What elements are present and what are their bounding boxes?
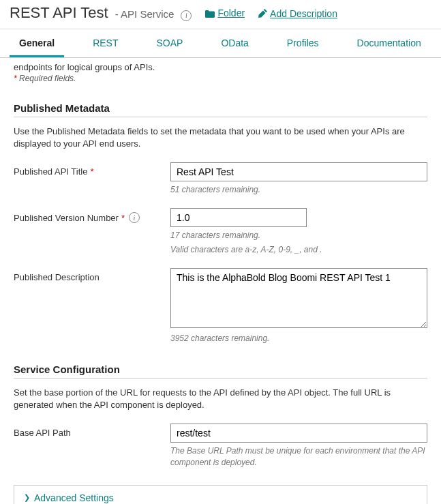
base-api-path-helper: The Base URL Path must be unique for eac… <box>170 445 427 469</box>
base-api-path-input[interactable] <box>170 424 427 443</box>
published-api-title-helper: 51 characters remaining. <box>170 184 427 196</box>
intro-note: endpoints for logical groups of APIs. <box>14 62 427 72</box>
published-description-helper: 3952 characters remaining. <box>170 333 427 344</box>
tab-profiles[interactable]: Profiles <box>277 29 329 57</box>
published-api-title-label: Published API Title* <box>14 162 170 177</box>
advanced-settings-toggle[interactable]: ❯ Advanced Settings <box>14 485 427 504</box>
folder-icon <box>205 9 215 16</box>
add-description-link[interactable]: Add Description <box>258 8 337 19</box>
base-api-path-label: Base API Path <box>14 424 170 438</box>
page-header: REST API Test - API Service i Folder Add… <box>0 0 441 29</box>
published-version-input[interactable] <box>170 208 307 227</box>
published-metadata-desc: Use the Published Metadata fields to set… <box>14 125 427 150</box>
pencil-icon <box>258 9 267 18</box>
published-api-title-input[interactable] <box>170 162 427 181</box>
required-fields-note: * Required fields. <box>14 74 427 83</box>
folder-link[interactable]: Folder <box>205 8 245 18</box>
service-configuration-section: Service Configuration Set the base porti… <box>14 364 427 469</box>
published-version-helper-1: 17 characters remaining. <box>170 230 427 241</box>
tab-bar: General REST SOAP OData Profiles Documen… <box>0 29 441 58</box>
page-title: REST API Test <box>10 4 108 22</box>
published-version-helper-2: Valid characters are a-z, A-Z, 0-9, _, a… <box>170 244 427 256</box>
published-description-label: Published Description <box>14 268 170 282</box>
advanced-settings-label: Advanced Settings <box>34 492 114 503</box>
published-version-label: Published Version Number* i <box>14 208 170 223</box>
tab-documentation[interactable]: Documentation <box>348 29 431 57</box>
folder-link-label: Folder <box>217 8 245 18</box>
info-icon[interactable]: i <box>181 10 192 21</box>
page-subtitle: - API Service <box>115 8 174 20</box>
add-description-label: Add Description <box>270 8 337 19</box>
tab-general[interactable]: General <box>10 29 64 57</box>
service-configuration-desc: Set the base portion of the URL for requ… <box>14 387 427 411</box>
info-icon[interactable]: i <box>129 212 140 223</box>
chevron-right-icon: ❯ <box>24 493 30 502</box>
service-configuration-heading: Service Configuration <box>14 364 427 379</box>
required-asterisk: * <box>14 74 17 83</box>
tab-soap[interactable]: SOAP <box>147 29 192 57</box>
published-metadata-heading: Published Metadata <box>14 102 427 117</box>
required-fields-text: Required fields. <box>19 74 76 83</box>
published-metadata-section: Published Metadata Use the Published Met… <box>14 102 427 344</box>
published-description-textarea[interactable]: This is the AlphaBold Blog Boomi REST AP… <box>170 268 427 328</box>
tab-rest[interactable]: REST <box>83 29 127 57</box>
tab-odata[interactable]: OData <box>211 29 258 57</box>
